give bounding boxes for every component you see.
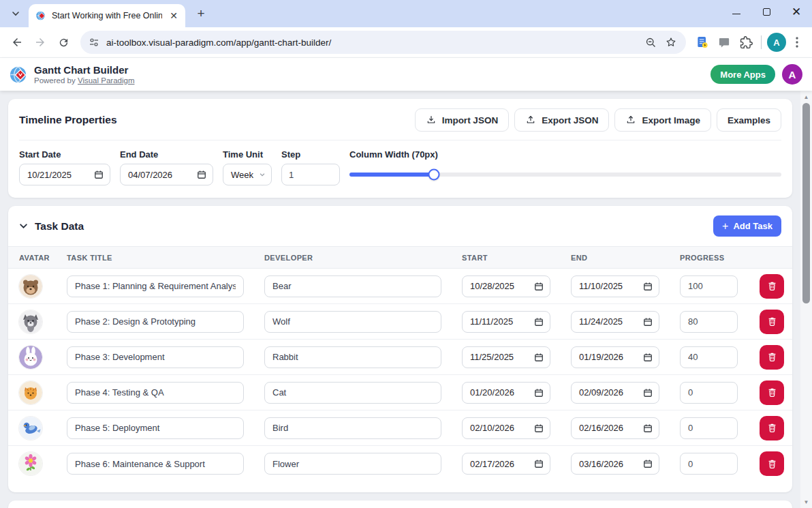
bear-avatar	[19, 275, 42, 298]
table-row: 01/20/2026 02/09/2026	[8, 375, 792, 410]
task-end-date-input[interactable]: 02/16/2026	[571, 417, 659, 439]
task-start-date-value: 01/20/2026	[470, 387, 529, 398]
calendar-icon	[534, 282, 544, 291]
calendar-icon	[94, 170, 104, 179]
scrollbar-thumb[interactable]	[802, 103, 810, 303]
task-data-title: Task Data	[35, 220, 84, 233]
import-json-button[interactable]: Import JSON	[415, 108, 510, 132]
delete-task-button[interactable]	[760, 310, 784, 334]
bookmark-star-icon[interactable]	[664, 35, 678, 49]
add-task-button[interactable]: + Add Task	[713, 215, 781, 237]
trash-icon	[767, 387, 777, 398]
window-close-button[interactable]: ✕	[792, 7, 801, 16]
task-end-date-input[interactable]: 11/10/2025	[571, 275, 659, 297]
task-start-date-input[interactable]: 11/25/2025	[462, 346, 550, 368]
task-title-input[interactable]	[67, 453, 244, 475]
visual-paradigm-favicon	[35, 10, 46, 21]
progress-input[interactable]	[680, 382, 738, 404]
trash-icon	[767, 352, 777, 362]
end-date-input[interactable]: 04/07/2026	[120, 164, 213, 185]
developer-input[interactable]	[264, 382, 441, 404]
reading-list-extension-icon[interactable]	[696, 35, 709, 49]
download-icon	[426, 115, 437, 125]
task-title-input[interactable]	[67, 417, 244, 439]
browser-profile-avatar[interactable]: A	[767, 33, 786, 52]
start-date-input[interactable]: 10/21/2025	[19, 164, 110, 185]
user-avatar[interactable]: A	[782, 64, 802, 85]
task-end-date-input[interactable]: 02/09/2026	[571, 382, 659, 404]
end-date-label: End Date	[120, 149, 213, 160]
start-date-label: Start Date	[19, 149, 110, 160]
task-start-date-input[interactable]: 02/10/2026	[462, 417, 550, 439]
slider-thumb[interactable]	[428, 169, 439, 181]
tab-search-button[interactable]	[7, 5, 25, 23]
delete-task-button[interactable]	[760, 274, 784, 299]
developer-input[interactable]	[264, 453, 441, 475]
reload-icon	[58, 37, 69, 48]
back-icon	[11, 36, 23, 48]
scrollbar-up-arrow[interactable]: ▲	[800, 92, 812, 102]
task-title-input[interactable]	[67, 346, 244, 368]
chevron-down-icon	[12, 10, 20, 18]
comment-extension-icon[interactable]	[717, 35, 731, 49]
developer-input[interactable]	[264, 275, 441, 297]
scrollbar-down-arrow[interactable]: ▼	[800, 497, 812, 507]
delete-task-button[interactable]	[760, 345, 784, 370]
new-tab-button[interactable]: +	[192, 5, 210, 23]
reload-button[interactable]	[53, 32, 74, 53]
more-apps-button[interactable]: More Apps	[710, 65, 775, 84]
calendar-icon	[643, 317, 653, 327]
developer-input[interactable]	[264, 346, 441, 368]
chevron-down-icon	[19, 222, 28, 230]
task-title-input[interactable]	[67, 382, 244, 404]
task-start-date-input[interactable]: 02/17/2026	[462, 453, 550, 475]
developer-input[interactable]	[264, 417, 441, 439]
progress-input[interactable]	[680, 311, 738, 333]
delete-task-button[interactable]	[760, 416, 784, 440]
task-start-date-input[interactable]: 10/28/2025	[462, 275, 550, 297]
export-json-button[interactable]: Export JSON	[514, 108, 609, 132]
forward-button[interactable]	[30, 32, 50, 53]
column-header-progress: PROGRESS	[680, 254, 760, 262]
step-input[interactable]	[281, 164, 340, 185]
page-scrollbar[interactable]: ▲ ▼	[800, 91, 812, 508]
task-end-date-value: 02/09/2026	[579, 387, 638, 398]
task-end-date-input[interactable]: 01/19/2026	[571, 346, 659, 368]
task-title-input[interactable]	[67, 311, 244, 333]
task-data-collapse-toggle[interactable]: Task Data	[19, 220, 84, 233]
time-unit-select[interactable]: Week	[223, 164, 272, 185]
developer-input[interactable]	[264, 311, 441, 333]
column-width-slider[interactable]	[349, 164, 781, 185]
maximize-button[interactable]	[762, 7, 771, 16]
rabbit-avatar	[19, 346, 42, 369]
progress-input[interactable]	[680, 417, 738, 439]
progress-input[interactable]	[680, 453, 738, 475]
minimize-button[interactable]	[732, 7, 741, 16]
task-end-date-value: 02/16/2026	[579, 423, 638, 433]
export-image-button[interactable]: Export Image	[614, 108, 711, 132]
delete-task-button[interactable]	[760, 451, 784, 476]
browser-tab-bar: Start Working with Free Online ✕ + ✕	[0, 0, 812, 27]
browser-tab[interactable]: Start Working with Free Online ✕	[29, 4, 185, 27]
task-start-date-input[interactable]: 01/20/2026	[462, 382, 550, 404]
task-start-date-value: 02/17/2026	[470, 459, 529, 469]
progress-input[interactable]	[680, 275, 738, 297]
task-title-input[interactable]	[67, 275, 244, 297]
back-button[interactable]	[7, 32, 27, 53]
examples-button[interactable]: Examples	[717, 108, 781, 132]
chevron-down-icon	[259, 171, 266, 178]
browser-menu-button[interactable]	[789, 34, 805, 50]
forward-icon	[34, 36, 46, 48]
delete-task-button[interactable]	[760, 380, 784, 405]
task-start-date-input[interactable]: 11/11/2025	[462, 311, 550, 333]
task-table-body: 10/28/2025 11/10/2025	[8, 269, 792, 481]
address-bar[interactable]: ai-toolbox.visual-paradigm.com/app/gantt…	[80, 31, 686, 54]
zoom-icon[interactable]	[644, 35, 657, 49]
visual-paradigm-link[interactable]: Visual Paradigm	[78, 76, 135, 85]
extensions-puzzle-icon[interactable]	[739, 35, 753, 49]
column-header-task-title: TASK TITLE	[67, 254, 264, 262]
task-end-date-input[interactable]: 03/16/2026	[571, 453, 659, 475]
tab-close-icon[interactable]: ✕	[168, 10, 180, 22]
progress-input[interactable]	[680, 346, 738, 368]
task-end-date-input[interactable]: 11/24/2025	[571, 311, 659, 333]
